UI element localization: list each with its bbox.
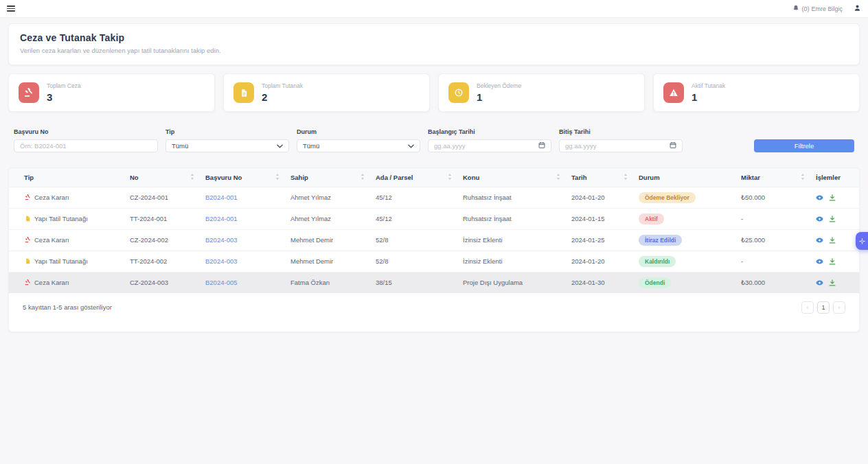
view-button[interactable] xyxy=(816,280,823,286)
view-button[interactable] xyxy=(816,195,823,200)
row-ada-parsel: 52/8 xyxy=(370,251,457,272)
filter-baslangic-tarihi: Başlangıç Tarihi xyxy=(428,128,551,152)
col-tarih[interactable]: Tarih xyxy=(566,168,633,187)
row-tarih: 2024-01-15 xyxy=(566,208,633,229)
table-footer: 5 kayıttan 1-5 arası gösteriliyor ‹ 1 › xyxy=(9,293,859,332)
filter-label: Tip xyxy=(165,128,289,135)
row-type-icon xyxy=(24,216,31,222)
stat-value: 2 xyxy=(262,91,303,103)
stat-value: 1 xyxy=(477,91,521,103)
row-sahip: Ahmet Yılmaz xyxy=(285,187,370,208)
chevron-down-icon xyxy=(408,142,414,150)
row-tip-label: Ceza Kararı xyxy=(34,279,69,286)
stat-card-aktif-tutanak: Aktif Tutanak 1 xyxy=(653,73,860,112)
sort-icon[interactable] xyxy=(361,174,365,181)
col-konu[interactable]: Konu xyxy=(457,168,566,187)
table-row: Yapı Tatil Tutanağı TT-2024-002 B2024-00… xyxy=(9,251,859,272)
download-button[interactable] xyxy=(829,194,836,201)
filter-label: Bitiş Tarihi xyxy=(559,128,683,135)
row-basvuru-no-link[interactable]: B2024-003 xyxy=(200,229,285,251)
status-badge: Kaldırıldı xyxy=(639,256,676,267)
download-button[interactable] xyxy=(829,279,836,286)
row-no: TT-2024-001 xyxy=(124,208,200,229)
filter-durum: Durum Tümü xyxy=(297,128,420,152)
warning-icon xyxy=(663,82,684,103)
notifications[interactable]: (0)Emre Bilgiç xyxy=(792,5,843,13)
calendar-icon[interactable] xyxy=(670,141,676,150)
sort-icon[interactable] xyxy=(190,174,194,181)
status-badge: İtiraz Edildi xyxy=(639,235,682,246)
calendar-icon[interactable] xyxy=(538,141,545,150)
row-sahip: Ahmet Yılmaz xyxy=(285,208,370,229)
sort-icon[interactable] xyxy=(556,174,560,181)
clock-icon xyxy=(448,82,469,103)
table-row: Yapı Tatil Tutanağı TT-2024-001 B2024-00… xyxy=(9,208,859,229)
filter-label: Başlangıç Tarihi xyxy=(428,128,551,135)
row-no: CZ-2024-001 xyxy=(124,187,200,208)
row-tip-label: Yapı Tatil Tutanağı xyxy=(34,257,88,265)
pagination-prev[interactable]: ‹ xyxy=(801,301,814,314)
row-konu: İzinsiz Eklenti xyxy=(457,229,566,251)
sort-icon[interactable] xyxy=(275,174,279,181)
row-type-icon xyxy=(24,237,31,243)
row-sahip: Fatma Özkan xyxy=(285,272,370,293)
document-icon xyxy=(233,82,254,103)
filter-bar: Başvuru No Tip Tümü Durum Tümü xyxy=(8,128,860,152)
stat-card-toplam-tutanak: Toplam Tutanak 2 xyxy=(223,73,430,112)
view-button[interactable] xyxy=(816,237,823,243)
filter-button[interactable]: Filtrele xyxy=(754,139,854,152)
row-ada-parsel: 45/12 xyxy=(370,187,457,208)
row-basvuru-no-link[interactable]: B2024-001 xyxy=(200,187,285,208)
stat-cards: Toplam Ceza 3 Toplam Tutanak 2 Bekleyen … xyxy=(8,73,860,112)
status-badge: Ödendi xyxy=(639,277,671,288)
row-basvuru-no-link[interactable]: B2024-001 xyxy=(200,208,285,229)
col-basvuru-no[interactable]: Başvuru No xyxy=(200,168,285,187)
col-ada-parsel[interactable]: Ada / Parsel xyxy=(370,168,457,187)
filter-label: Durum xyxy=(297,128,420,135)
row-type-icon xyxy=(24,194,31,200)
stat-value: 1 xyxy=(692,91,725,103)
floating-action-button[interactable] xyxy=(856,232,868,250)
row-sahip: Mehmet Demir xyxy=(285,251,370,272)
row-konu: Ruhsatsız İnşaat xyxy=(457,208,566,229)
col-tip: Tip xyxy=(9,168,124,187)
page-title: Ceza ve Tutanak Takip xyxy=(20,32,848,43)
top-navbar: (0)Emre Bilgiç xyxy=(0,0,868,18)
col-no[interactable]: No xyxy=(124,168,200,187)
status-badge: Ödeme Bekliyor xyxy=(639,192,696,203)
stat-label: Toplam Ceza xyxy=(47,82,81,89)
gavel-icon xyxy=(19,82,39,103)
view-button[interactable] xyxy=(816,259,823,264)
pagination-next[interactable]: › xyxy=(833,301,845,314)
download-button[interactable] xyxy=(829,216,836,222)
row-tarih: 2024-01-20 xyxy=(566,251,633,272)
notification-count: (0) xyxy=(801,5,809,12)
row-type-icon xyxy=(24,279,31,286)
bitis-tarihi-input[interactable] xyxy=(565,142,670,150)
baslangic-tarihi-input[interactable] xyxy=(434,142,538,150)
download-button[interactable] xyxy=(829,237,836,244)
view-button[interactable] xyxy=(816,216,823,222)
pagination: ‹ 1 › xyxy=(801,301,845,314)
col-sahip[interactable]: Sahip xyxy=(285,168,370,187)
download-button[interactable] xyxy=(829,258,836,265)
sort-icon[interactable] xyxy=(801,174,805,181)
user-icon[interactable] xyxy=(854,4,861,13)
col-miktar[interactable]: Miktar xyxy=(735,168,810,187)
row-tip-label: Ceza Kararı xyxy=(34,194,69,201)
sort-icon[interactable] xyxy=(624,174,628,181)
row-konu: Proje Dışı Uygulama xyxy=(457,272,566,293)
tip-select[interactable]: Tümü xyxy=(165,139,289,152)
basvuru-no-input[interactable] xyxy=(20,142,152,150)
menu-icon[interactable] xyxy=(7,5,15,12)
stat-card-toplam-ceza: Toplam Ceza 3 xyxy=(8,73,215,112)
pagination-page-1[interactable]: 1 xyxy=(817,301,830,314)
row-tip-label: Ceza Kararı xyxy=(34,236,69,244)
sort-icon[interactable] xyxy=(448,174,452,181)
row-basvuru-no-link[interactable]: B2024-005 xyxy=(200,272,285,293)
page-header-card: Ceza ve Tutanak Takip Verilen ceza karar… xyxy=(8,23,860,65)
col-durum[interactable]: Durum xyxy=(633,168,735,187)
row-miktar: ₺30.000 xyxy=(735,272,810,293)
row-basvuru-no-link[interactable]: B2024-003 xyxy=(200,251,285,272)
durum-select[interactable]: Tümü xyxy=(297,139,420,152)
